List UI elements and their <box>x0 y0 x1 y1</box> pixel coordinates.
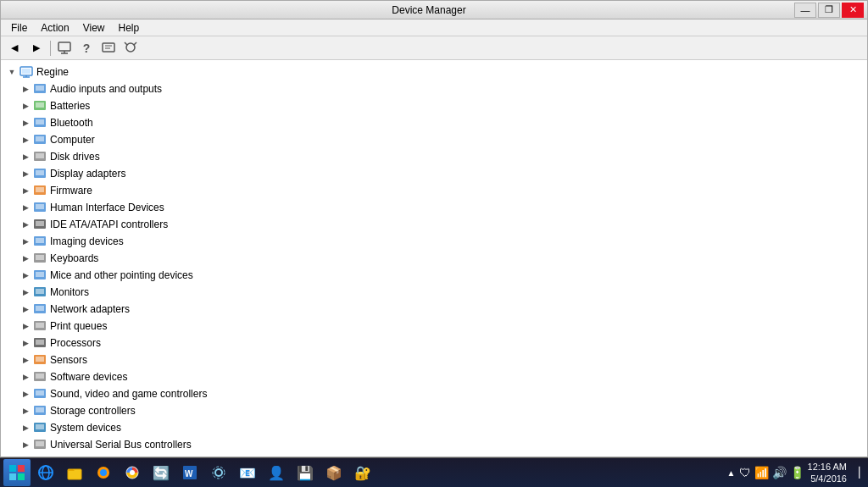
tree-item[interactable]: ▶ IDE ATA/ATAPI controllers <box>1 216 867 233</box>
item-expand-arrow: ▶ <box>21 220 30 229</box>
tree-item[interactable]: ▶ Storage controllers <box>1 402 867 419</box>
toolbar-properties[interactable] <box>54 39 75 58</box>
tree-item[interactable]: ▶ Network adapters <box>1 301 867 318</box>
start-button[interactable] <box>3 459 31 486</box>
svg-rect-16 <box>36 102 44 108</box>
tray-network: 📶 <box>754 466 769 479</box>
tray-expand[interactable]: ▲ <box>727 468 736 478</box>
toolbar-update[interactable] <box>98 39 119 58</box>
tree-item[interactable]: ▶ Sound, video and game controllers <box>1 385 867 402</box>
tree-item[interactable]: ▶ Keyboards <box>1 250 867 267</box>
tree-root-regine[interactable]: ▼ Regine <box>1 64 867 80</box>
taskbar-settings[interactable] <box>205 459 232 486</box>
close-button[interactable]: ✕ <box>842 3 864 18</box>
svg-rect-0 <box>58 42 70 51</box>
system-tray: ▲ 🛡 📶 🔊 🔋 12:16 AM 5/4/2016 ▕ <box>727 461 865 485</box>
title-bar: Device Manager — ❐ ✕ <box>1 1 867 19</box>
tree-item[interactable]: ▶ Audio inputs and outputs <box>1 80 867 97</box>
tree-item[interactable]: ▶ Computer <box>1 131 867 148</box>
menu-help[interactable]: Help <box>112 19 147 36</box>
toolbar-forward[interactable]: ▶ <box>26 39 47 58</box>
item-expand-arrow: ▶ <box>21 237 30 246</box>
root-label: Regine <box>36 66 69 78</box>
item-expand-arrow: ▶ <box>21 390 30 398</box>
clock-time: 12:16 AM <box>808 461 847 473</box>
toolbar-scan[interactable] <box>120 39 141 58</box>
taskbar-word[interactable]: W <box>176 459 203 486</box>
taskbar-ie[interactable] <box>32 459 59 486</box>
app-window: Device Manager — ❐ ✕ File Action View He… <box>0 0 868 457</box>
device-icon <box>33 285 47 299</box>
taskbar-security[interactable]: 🔐 <box>349 459 376 486</box>
svg-rect-50 <box>36 390 44 396</box>
device-label: Computer <box>50 134 95 146</box>
device-label: IDE ATA/ATAPI controllers <box>50 219 168 230</box>
tree-item[interactable]: ▶ Software devices <box>1 368 867 385</box>
taskbar-archive[interactable]: 📦 <box>320 459 348 486</box>
toolbar-back[interactable]: ◀ <box>4 39 25 58</box>
device-icon <box>33 218 47 231</box>
tree-item[interactable]: ▶ Monitors <box>1 284 867 301</box>
device-icon <box>33 201 47 214</box>
tree-item[interactable]: ▶ Human Interface Devices <box>1 199 867 216</box>
device-icon <box>33 150 47 163</box>
svg-rect-40 <box>36 306 44 311</box>
taskbar-mail[interactable]: 📧 <box>234 459 261 486</box>
tree-item[interactable]: ▶ Disk drives <box>1 148 867 165</box>
svg-rect-42 <box>36 323 44 328</box>
svg-rect-24 <box>36 170 44 175</box>
device-label: Bluetooth <box>50 117 93 129</box>
tray-battery: 🔋 <box>790 466 804 479</box>
taskbar-drive[interactable]: 💾 <box>292 459 319 486</box>
root-icon <box>19 65 33 79</box>
svg-rect-59 <box>9 473 16 480</box>
show-desktop[interactable]: ▕ <box>850 465 861 480</box>
taskbar-firefox[interactable] <box>90 459 117 486</box>
item-expand-arrow: ▶ <box>21 339 30 347</box>
item-expand-arrow: ▶ <box>21 271 30 279</box>
root-expand-arrow: ▼ <box>8 68 16 76</box>
device-label: Human Interface Devices <box>50 202 164 213</box>
minimize-button[interactable]: — <box>794 3 816 18</box>
tree-item[interactable]: ▶ Display adapters <box>1 165 867 182</box>
menu-view[interactable]: View <box>76 19 112 36</box>
tree-item[interactable]: ▶ Universal Serial Bus controllers <box>1 436 867 453</box>
item-expand-arrow: ▶ <box>21 440 30 449</box>
item-expand-arrow: ▶ <box>21 203 30 212</box>
item-expand-arrow: ▶ <box>21 136 30 144</box>
svg-rect-34 <box>36 255 44 260</box>
taskbar-refresh[interactable]: 🔄 <box>147 459 175 486</box>
taskbar: 🔄 W 📧 👤 💾 📦 🔐 ▲ 🛡 📶 🔊 🔋 12:16 AM 5/4/201… <box>0 457 868 487</box>
tree-items-container: ▶ Audio inputs and outputs ▶ Batteries ▶… <box>1 80 867 453</box>
item-expand-arrow: ▶ <box>21 356 30 364</box>
system-clock[interactable]: 12:16 AM 5/4/2016 <box>808 461 847 485</box>
item-expand-arrow: ▶ <box>21 373 30 381</box>
menu-file[interactable]: File <box>4 19 34 36</box>
svg-rect-3 <box>103 43 114 52</box>
svg-line-8 <box>134 42 136 45</box>
tree-item[interactable]: ▶ Print queues <box>1 318 867 335</box>
menu-action[interactable]: Action <box>34 19 75 36</box>
tree-item[interactable]: ▶ Sensors <box>1 351 867 368</box>
device-label: Batteries <box>50 100 90 112</box>
toolbar-help[interactable]: ? <box>76 39 97 58</box>
taskbar-explorer[interactable] <box>61 459 88 486</box>
clock-date: 5/4/2016 <box>808 473 847 484</box>
item-expand-arrow: ▶ <box>21 152 30 161</box>
item-expand-arrow: ▶ <box>21 288 30 296</box>
tree-item[interactable]: ▶ Processors <box>1 335 867 351</box>
tree-item[interactable]: ▶ Imaging devices <box>1 233 867 250</box>
tree-item[interactable]: ▶ Mice and other pointing devices <box>1 267 867 284</box>
tree-item[interactable]: ▶ System devices <box>1 419 867 436</box>
tree-item[interactable]: ▶ Firmware <box>1 182 867 199</box>
tree-item[interactable]: ▶ Bluetooth <box>1 114 867 131</box>
taskbar-user[interactable]: 👤 <box>263 459 290 486</box>
taskbar-chrome[interactable] <box>119 459 146 486</box>
item-expand-arrow: ▶ <box>21 186 30 195</box>
device-icon <box>33 353 47 367</box>
svg-rect-22 <box>36 153 44 158</box>
svg-rect-36 <box>36 272 44 277</box>
tree-item[interactable]: ▶ Batteries <box>1 97 867 114</box>
device-tree[interactable]: ▼ Regine ▶ Audio inputs and outputs ▶ <box>1 60 867 457</box>
restore-button[interactable]: ❐ <box>818 3 840 18</box>
